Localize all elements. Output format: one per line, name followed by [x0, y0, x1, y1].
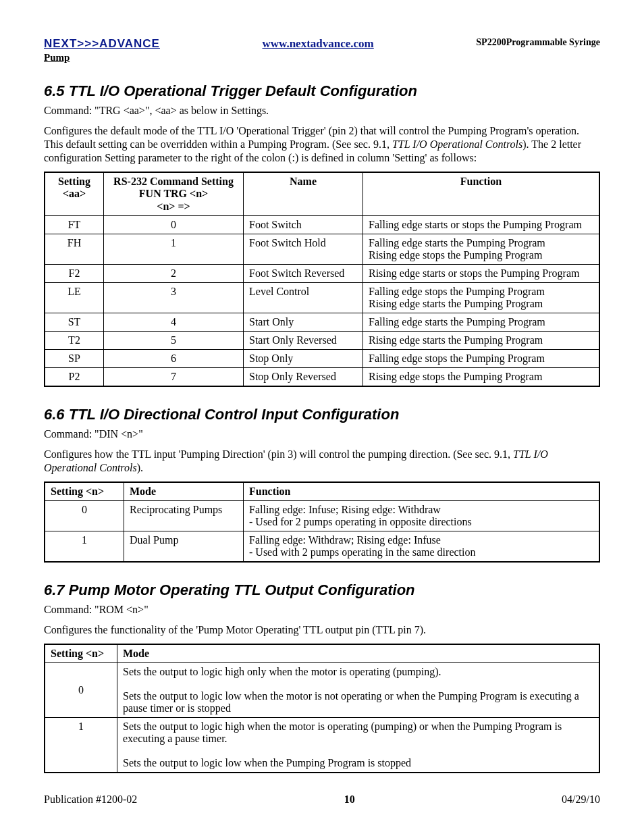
section-6-5-heading: 6.5 TTL I/O Operational Trigger Default …: [44, 82, 600, 100]
cell-function: Falling edge stops the Pumping ProgramRi…: [363, 283, 600, 313]
section-6-7-command: Command: "ROM <n>": [44, 603, 600, 617]
table-row: FH 1 Foot Switch Hold Falling edge start…: [45, 234, 599, 265]
cell-name: Start Only: [244, 313, 363, 332]
col-setting: Setting <n>: [45, 482, 124, 501]
table-row: P2 7 Stop Only Reversed Rising edge stop…: [45, 368, 599, 387]
cell-name: Stop Only: [244, 350, 363, 368]
pump-label: Pump: [44, 52, 600, 63]
cell-name: Stop Only Reversed: [244, 368, 363, 387]
col-rs232-sub2: <n> =>: [157, 201, 190, 212]
cell-function: Rising edge stops the Pumping Program: [363, 368, 600, 387]
text: Configures how the TTL input 'Pumping Di…: [44, 448, 513, 460]
cell-mode: Sets the output to logic high when the m…: [117, 718, 600, 773]
cell-setting: 0: [45, 663, 117, 718]
cell-rs232: 6: [104, 350, 244, 368]
section-6-7-heading: 6.7 Pump Motor Operating TTL Output Conf…: [44, 581, 600, 599]
cell-name: Foot Switch: [244, 216, 363, 234]
cell-function: Rising edge starts or stops the Pumping …: [363, 265, 600, 283]
page: NEXT>>>ADVANCE www.nextadvance.com SP220…: [0, 0, 644, 833]
table-6-6-body: 0 Reciprocating Pumps Falling edge: Infu…: [45, 501, 599, 563]
table-row: FT 0 Foot Switch Falling edge starts or …: [45, 216, 599, 234]
section-6-5-command: Command: "TRG <aa>", <aa> as below in Se…: [44, 104, 600, 118]
table-6-5-body: FT 0 Foot Switch Falling edge starts or …: [45, 216, 599, 387]
cell-name: Start Only Reversed: [244, 332, 363, 350]
col-setting-sub: <aa>: [63, 188, 86, 199]
cell-rs232: 5: [104, 332, 244, 350]
cell-mode: Dual Pump: [124, 531, 244, 563]
table-6-7-body: 0 Sets the output to logic high only whe…: [45, 663, 599, 773]
cell-setting: 1: [45, 718, 117, 773]
table-header-row: Setting <n> Mode: [45, 644, 599, 663]
cell-setting: LE: [45, 283, 104, 313]
col-mode: Mode: [117, 644, 600, 663]
cell-mode: Sets the output to logic high only when …: [117, 663, 600, 718]
cell-setting: SP: [45, 350, 104, 368]
table-row: 1 Sets the output to logic high when the…: [45, 718, 599, 773]
col-setting: Setting: [58, 176, 90, 187]
col-rs232: RS-232 Command Setting: [113, 176, 234, 187]
table-row: F2 2 Foot Switch Reversed Rising edge st…: [45, 265, 599, 283]
cell-function: Falling edge starts the Pumping ProgramR…: [363, 234, 600, 265]
cell-function: Falling edge starts or stops the Pumping…: [363, 216, 600, 234]
brand-logo: NEXT>>>ADVANCE: [44, 37, 160, 50]
cell-setting: F2: [45, 265, 104, 283]
footer-page-number: 10: [344, 793, 355, 806]
section-6-6-desc: Configures how the TTL input 'Pumping Di…: [44, 448, 600, 475]
cell-rs232: 2: [104, 265, 244, 283]
table-6-7: Setting <n> Mode 0 Sets the output to lo…: [44, 644, 600, 773]
table-row: ST 4 Start Only Falling edge starts the …: [45, 313, 599, 332]
cell-function: Falling edge: Withdraw; Rising edge: Inf…: [244, 531, 600, 563]
cell-name: Level Control: [244, 283, 363, 313]
text-italic: TTL I/O Operational Controls: [392, 138, 522, 150]
cell-function: Falling edge: Infuse; Rising edge: Withd…: [244, 501, 600, 531]
col-function: Function: [244, 482, 600, 501]
cell-function: Rising edge starts the Pumping Program: [363, 332, 600, 350]
cell-setting: ST: [45, 313, 104, 332]
text: ).: [137, 462, 143, 473]
cell-setting: 0: [45, 501, 124, 531]
cell-setting: T2: [45, 332, 104, 350]
table-header-row: Setting <n> Mode Function: [45, 482, 599, 501]
cell-setting: FH: [45, 234, 104, 265]
table-6-5: Setting <aa> RS-232 Command Setting FUN …: [44, 172, 600, 387]
footer-left: Publication #1200-02: [44, 793, 137, 806]
table-header-row: Setting <aa> RS-232 Command Setting FUN …: [45, 172, 599, 216]
cell-mode: Reciprocating Pumps: [124, 501, 244, 531]
cell-rs232: 3: [104, 283, 244, 313]
cell-rs232: 0: [104, 216, 244, 234]
section-6-6-heading: 6.6 TTL I/O Directional Control Input Co…: [44, 406, 600, 423]
col-setting: Setting <n>: [45, 644, 117, 663]
cell-setting: FT: [45, 216, 104, 234]
page-header: NEXT>>>ADVANCE www.nextadvance.com SP220…: [44, 37, 600, 51]
footer-right: 04/29/10: [562, 793, 600, 806]
cell-name: Foot Switch Reversed: [244, 265, 363, 283]
col-function: Function: [363, 172, 600, 216]
table-row: LE 3 Level Control Falling edge stops th…: [45, 283, 599, 313]
section-6-6-command: Command: "DIN <n>": [44, 427, 600, 441]
cell-setting: 1: [45, 531, 124, 563]
col-rs232-sub1: FUN TRG <n>: [139, 188, 208, 199]
cell-function: Falling edge stops the Pumping Program: [363, 350, 600, 368]
col-mode: Mode: [124, 482, 244, 501]
cell-rs232: 4: [104, 313, 244, 332]
table-6-6: Setting <n> Mode Function 0 Reciprocatin…: [44, 481, 600, 563]
table-row: 0 Sets the output to logic high only whe…: [45, 663, 599, 718]
cell-rs232: 1: [104, 234, 244, 265]
website-link[interactable]: www.nextadvance.com: [263, 37, 374, 50]
table-row: 0 Reciprocating Pumps Falling edge: Infu…: [45, 501, 599, 531]
cell-function: Falling edge starts the Pumping Program: [363, 313, 600, 332]
table-row: 1 Dual Pump Falling edge: Withdraw; Risi…: [45, 531, 599, 563]
table-row: T2 5 Start Only Reversed Rising edge sta…: [45, 332, 599, 350]
section-6-7-desc: Configures the functionality of the 'Pum…: [44, 623, 600, 637]
cell-rs232: 7: [104, 368, 244, 387]
col-name: Name: [244, 172, 363, 216]
page-footer: Publication #1200-02 10 04/29/10: [44, 793, 600, 806]
cell-name: Foot Switch Hold: [244, 234, 363, 265]
section-6-5-desc: Configures the default mode of the TTL I…: [44, 124, 600, 165]
table-row: SP 6 Stop Only Falling edge stops the Pu…: [45, 350, 599, 368]
product-name: SP2200Programmable Syringe: [476, 37, 600, 48]
cell-setting: P2: [45, 368, 104, 387]
